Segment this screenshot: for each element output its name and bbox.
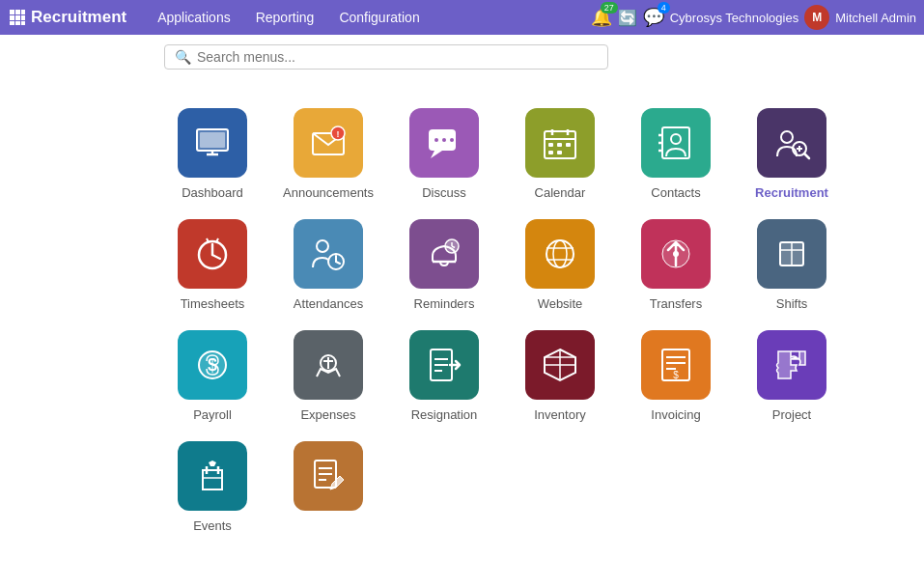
app-label-payroll: Payroll	[193, 407, 232, 422]
svg-point-36	[781, 131, 793, 143]
app-item-events[interactable]: Events	[159, 441, 266, 533]
app-icon-expenses	[294, 330, 363, 400]
app-label-contacts: Contacts	[651, 185, 700, 200]
app-icon-events	[178, 441, 247, 511]
app-brand: Recruitment	[31, 8, 126, 27]
svg-rect-7	[15, 21, 20, 25]
notification-bell[interactable]: 🔔 27	[591, 7, 612, 28]
app-label-inventory: Inventory	[534, 407, 585, 422]
app-item-reminders[interactable]: Reminders	[391, 219, 497, 311]
app-item-calendar[interactable]: Calendar	[507, 108, 613, 200]
user-name: Mitchell Admin	[835, 11, 916, 25]
app-icon-reminders	[409, 219, 479, 289]
svg-rect-28	[566, 143, 571, 147]
app-icon-transfers	[641, 219, 711, 289]
app-item-unknown[interactable]	[275, 441, 381, 533]
app-icon-recruitment	[757, 108, 826, 178]
update-icon[interactable]: 🔄	[618, 9, 637, 27]
app-icon-contacts	[641, 108, 711, 178]
message-icon[interactable]: 💬 4	[643, 7, 664, 28]
nav-applications[interactable]: Applications	[146, 6, 242, 29]
app-label-shifts: Shifts	[776, 296, 808, 311]
svg-rect-29	[548, 151, 553, 154]
app-item-recruitment[interactable]: Recruitment	[739, 108, 845, 200]
app-item-dashboard[interactable]: Dashboard	[159, 108, 266, 200]
svg-rect-30	[557, 151, 562, 154]
svg-text:$: $	[673, 370, 679, 380]
svg-rect-4	[15, 15, 20, 20]
svg-rect-5	[21, 15, 25, 20]
svg-point-20	[442, 138, 446, 142]
app-item-discuss[interactable]: Discuss	[391, 108, 497, 200]
svg-rect-27	[557, 143, 562, 147]
app-icon-payroll: $	[178, 330, 247, 400]
app-item-timesheets[interactable]: Timesheets	[159, 219, 266, 311]
svg-rect-1	[15, 10, 20, 14]
svg-rect-6	[10, 21, 14, 25]
svg-rect-13	[200, 132, 225, 148]
search-bar-container: 🔍	[0, 35, 924, 79]
svg-line-49	[336, 262, 340, 264]
search-input[interactable]	[197, 49, 598, 65]
svg-point-32	[671, 134, 681, 144]
svg-rect-8	[21, 21, 25, 25]
app-label-timesheets: Timesheets	[181, 296, 245, 311]
app-label-dashboard: Dashboard	[182, 185, 243, 200]
search-bar: 🔍	[164, 44, 608, 70]
main-content: Dashboard ! Announcements Discuss Calend…	[0, 79, 924, 587]
svg-point-59	[673, 251, 679, 257]
app-label-calendar: Calendar	[535, 185, 586, 200]
app-label-resignation: Resignation	[411, 407, 478, 422]
app-item-resignation[interactable]: Resignation	[391, 330, 497, 422]
app-item-website[interactable]: Website	[507, 219, 613, 311]
app-item-announcements[interactable]: ! Announcements	[275, 108, 381, 200]
company-name: Cybrosys Technologies	[670, 11, 798, 25]
app-item-inventory[interactable]: Inventory	[507, 330, 613, 422]
navbar-menu: Applications Reporting Configuration	[146, 6, 587, 29]
app-icon-dashboard	[178, 108, 247, 178]
app-label-expenses: Expenses	[300, 407, 355, 422]
app-grid: Dashboard ! Announcements Discuss Calend…	[154, 98, 850, 543]
app-icon-discuss	[409, 108, 479, 178]
svg-line-43	[212, 255, 220, 259]
app-item-contacts[interactable]: Contacts	[623, 108, 729, 200]
app-label-website: Website	[538, 296, 583, 311]
app-label-transfers: Transfers	[650, 296, 702, 311]
app-icon-announcements: !	[294, 108, 363, 178]
message-badge: 4	[658, 2, 670, 14]
nav-configuration[interactable]: Configuration	[327, 6, 431, 29]
app-item-payroll[interactable]: $ Payroll	[159, 330, 266, 422]
svg-rect-0	[10, 10, 14, 14]
app-label-invoicing: Invoicing	[651, 407, 700, 422]
svg-text:!: !	[337, 129, 340, 139]
app-label-announcements: Announcements	[283, 185, 374, 200]
app-item-project[interactable]: Project	[739, 330, 845, 422]
app-item-shifts[interactable]: Shifts	[739, 219, 845, 311]
nav-reporting[interactable]: Reporting	[244, 6, 326, 29]
app-icon-resignation	[409, 330, 479, 400]
app-item-invoicing[interactable]: $ Invoicing	[623, 330, 729, 422]
svg-point-21	[450, 138, 454, 142]
app-icon-timesheets	[178, 219, 247, 289]
app-label-project: Project	[772, 407, 811, 422]
svg-rect-2	[21, 10, 25, 14]
svg-point-54	[546, 240, 574, 267]
navbar: Recruitment Applications Reporting Confi…	[0, 0, 924, 35]
notification-badge: 27	[601, 2, 618, 14]
app-item-expenses[interactable]: Expenses	[275, 330, 381, 422]
app-icon-project	[757, 330, 826, 400]
app-label-discuss: Discuss	[422, 185, 466, 200]
svg-marker-18	[431, 151, 442, 158]
app-label-attendances: Attendances	[294, 296, 363, 311]
grid-icon[interactable]	[8, 8, 27, 27]
search-icon: 🔍	[175, 49, 191, 65]
app-label-reminders: Reminders	[414, 296, 475, 311]
navbar-right: 🔔 27 🔄 💬 4 Cybrosys Technologies M Mitch…	[591, 5, 916, 30]
app-icon-calendar	[525, 108, 595, 178]
app-icon-shifts	[757, 219, 826, 289]
svg-line-38	[804, 154, 809, 158]
app-icon-attendances	[294, 219, 363, 289]
app-item-transfers[interactable]: Transfers	[623, 219, 729, 311]
app-item-attendances[interactable]: Attendances	[275, 219, 381, 311]
svg-point-55	[553, 240, 567, 267]
